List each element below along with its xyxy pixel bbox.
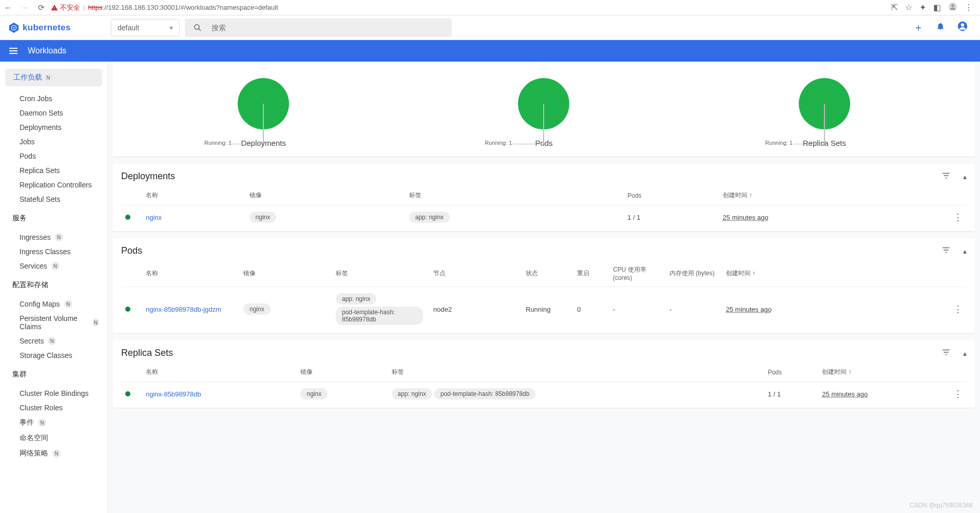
th-restarts[interactable]: 重启 [573, 260, 609, 287]
cell-created: 25 minutes ago [726, 306, 772, 313]
filter-icon[interactable] [941, 348, 951, 358]
sidebar-item[interactable]: Daemon Sets [0, 106, 107, 120]
search-icon [193, 23, 202, 32]
resource-link[interactable]: nginx [146, 214, 162, 221]
sidebar: 工作负载 N Cron JobsDaemon SetsDeploymentsJo… [0, 62, 108, 513]
th-images[interactable]: 镜像 [245, 186, 405, 205]
sidebar-item-label: Secrets [20, 337, 44, 345]
row-menu-icon[interactable]: ⋮ [953, 304, 963, 314]
collapse-icon[interactable]: ▴ [963, 247, 967, 255]
sidebar-item-label: Replication Controllers [20, 181, 92, 189]
cell-cpu: - [609, 287, 665, 332]
forward-icon[interactable]: → [21, 3, 29, 12]
sidebar-item[interactable]: Deployments [0, 120, 107, 135]
th-pods[interactable]: Pods [623, 186, 719, 205]
collapse-icon[interactable]: ▴ [963, 173, 967, 181]
url-text: https://192.168.186.130:30001/#/workload… [88, 4, 278, 11]
sidebar-item[interactable]: 命名空间 [0, 430, 107, 446]
insecure-badge: 不安全 [51, 3, 80, 12]
sidebar-item-label: Cluster Roles [20, 404, 63, 412]
th-mem[interactable]: 内存使用 (bytes) [665, 260, 722, 287]
star-icon[interactable]: ☆ [905, 3, 912, 12]
url-bar[interactable]: 不安全 | https://192.168.186.130:30001/#/wo… [51, 3, 885, 12]
sidebar-item[interactable]: Cluster Role Bindings [0, 386, 107, 401]
label-chip: app: nginx [336, 293, 376, 305]
extensions-icon[interactable]: ✦ [919, 3, 926, 12]
svg-line-6 [199, 29, 201, 31]
th-images[interactable]: 镜像 [296, 363, 387, 382]
sidebar-item[interactable]: 事件N [0, 415, 107, 430]
user-icon[interactable] [957, 21, 968, 34]
sidebar-item-workloads[interactable]: 工作负载 N [5, 69, 102, 86]
cell-status: Running [522, 287, 573, 332]
filter-icon[interactable] [941, 171, 951, 182]
collapse-icon[interactable]: ▴ [963, 349, 967, 357]
donut-running-label: Running: 1 [202, 140, 232, 146]
badge-n: N [52, 449, 61, 458]
th-name[interactable]: 名称 [142, 186, 245, 205]
th-labels[interactable]: 标签 [332, 260, 429, 287]
sidebar-item[interactable]: 网络策略N [0, 446, 107, 461]
status-dot [125, 391, 130, 396]
namespace-select[interactable]: default ▾ [111, 19, 180, 36]
sidebar-item[interactable]: Persistent Volume ClaimsN [0, 311, 107, 334]
deployments-card: Deployments ▴ 名称 镜像 标签 Pods 创建时间 ↑ ng [113, 164, 975, 231]
brand[interactable]: kubernetes [8, 22, 111, 33]
sidebar-item-label: Daemon Sets [20, 109, 63, 117]
row-menu-icon[interactable]: ⋮ [953, 212, 963, 222]
sidebar-item[interactable]: SecretsN [0, 334, 107, 348]
th-cpu[interactable]: CPU 使用率 (cores) [609, 260, 665, 287]
sidebar-item[interactable]: Stateful Sets [0, 192, 107, 206]
share-icon[interactable]: ⇱ [891, 3, 898, 12]
resource-link[interactable]: nginx-85b98978db-jgdzm [146, 306, 221, 313]
kebab-icon[interactable]: ⋮ [965, 3, 973, 12]
search-input[interactable] [210, 23, 444, 32]
th-node[interactable]: 节点 [429, 260, 522, 287]
row-menu-icon[interactable]: ⋮ [953, 389, 963, 399]
th-created[interactable]: 创建时间 ↑ [719, 186, 949, 205]
sidebar-item[interactable]: Storage Classes [0, 348, 107, 363]
cell-pods: 1 / 1 [623, 205, 719, 230]
create-icon[interactable]: ＋ [913, 21, 924, 34]
th-images[interactable]: 镜像 [239, 260, 332, 287]
donut-block: Running: 1 Replica Sets [758, 78, 891, 147]
th-name[interactable]: 名称 [142, 363, 296, 382]
sidebar-item[interactable]: ServicesN [0, 259, 107, 273]
badge-n: N [44, 74, 52, 82]
sidebar-item[interactable]: Replica Sets [0, 163, 107, 178]
sidebar-item-label: Config Maps [20, 300, 60, 308]
sidebar-item[interactable]: IngressesN [0, 230, 107, 244]
th-labels[interactable]: 标签 [405, 186, 624, 205]
svg-point-4 [13, 27, 15, 28]
svg-point-5 [195, 25, 199, 29]
reload-icon[interactable]: ⟳ [38, 3, 45, 12]
pods-card: Pods ▴ 名称 镜像 标签 节点 状态 重启 CPU 使用率 (cores) [113, 238, 975, 333]
label-chip: nginx [300, 388, 328, 400]
back-icon[interactable]: ← [4, 3, 12, 12]
profile-icon[interactable] [948, 2, 957, 13]
sidebar-item[interactable]: Ingress Classes [0, 244, 107, 259]
resource-link[interactable]: nginx-85b98978db [146, 390, 201, 398]
th-status[interactable]: 状态 [522, 260, 573, 287]
sidebar-item[interactable]: Cluster Roles [0, 401, 107, 415]
sidebar-item[interactable]: Cron Jobs [0, 91, 107, 106]
th-labels[interactable]: 标签 [388, 363, 764, 382]
panel-icon[interactable]: ◧ [933, 3, 941, 12]
th-pods[interactable]: Pods [764, 363, 818, 382]
th-name[interactable]: 名称 [142, 260, 239, 287]
sidebar-item[interactable]: Replication Controllers [0, 178, 107, 192]
th-created[interactable]: 创建时间 ↑ [818, 363, 949, 382]
filter-icon[interactable] [941, 245, 951, 256]
search-box[interactable] [185, 18, 452, 37]
sidebar-item[interactable]: Pods [0, 149, 107, 163]
th-created[interactable]: 创建时间 ↑ [722, 260, 949, 287]
status-dot [125, 307, 130, 312]
sidebar-title-config: 配置和存储 [0, 276, 107, 294]
card-title-replicasets: Replica Sets [121, 348, 941, 358]
bell-icon[interactable] [936, 22, 945, 33]
donut-running-label: Running: 1 [763, 140, 793, 146]
menu-icon[interactable] [9, 48, 17, 54]
donut-running-label: Running: 1 [482, 140, 512, 146]
sidebar-item[interactable]: Config MapsN [0, 297, 107, 311]
sidebar-item[interactable]: Jobs [0, 135, 107, 149]
